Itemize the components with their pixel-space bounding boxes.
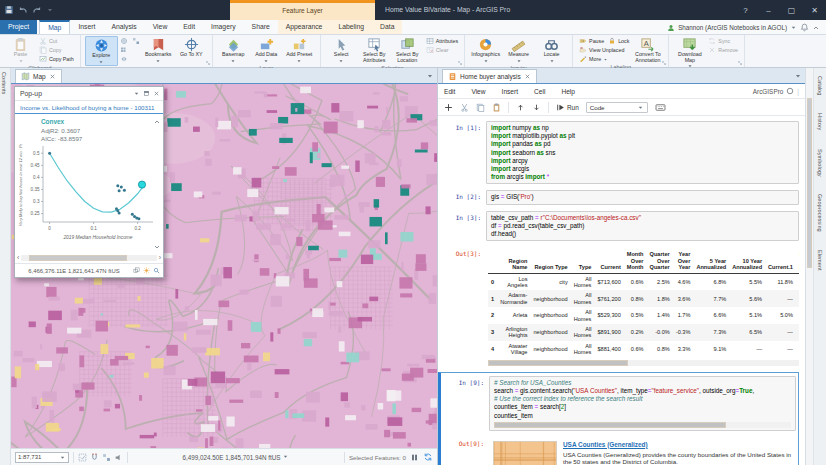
paste-cell-icon[interactable] [492, 103, 501, 112]
dataframe-scroll[interactable]: Region NameRegion TypeTypeCurrentMonth O… [488, 249, 799, 357]
popup-menu-icon[interactable] [133, 90, 140, 97]
lock-button[interactable]: Lock [608, 37, 629, 45]
minimize-button[interactable]: – [757, 0, 780, 20]
add-data-button[interactable]: Add Data [250, 36, 283, 64]
snapping-icon[interactable] [90, 453, 99, 462]
copy-cell-icon[interactable] [476, 103, 485, 112]
ribbon-tab-labeling[interactable]: Labeling [330, 20, 372, 34]
output-hscrollbar[interactable] [488, 360, 799, 366]
notebook-cell[interactable]: In [9]:# Search for USA_Countiessearch =… [441, 376, 796, 431]
notebook-vscroll-thumb[interactable] [807, 98, 812, 268]
audio-icon[interactable] [114, 453, 123, 462]
ribbon-tab-insert[interactable]: Insert [70, 20, 103, 34]
customize-toolbar-icon[interactable] [46, 6, 54, 14]
account-caret-icon[interactable] [790, 24, 797, 31]
dialog-launcher-icon[interactable] [457, 60, 463, 66]
move-cell-up-icon[interactable] [516, 103, 525, 112]
notebook-tab-close-icon[interactable] [524, 73, 531, 80]
scroll-right-icon[interactable]: › [159, 255, 161, 261]
cell-hscroll-thumb[interactable] [494, 422, 726, 428]
cursor-coordinates[interactable]: 6,499,024.50E 1,845,701.94N ftUS [132, 453, 340, 461]
basemap-button[interactable]: Basemap [217, 36, 250, 64]
ribbon-tab-imagery[interactable]: Imagery [203, 20, 244, 34]
dialog-launcher-icon[interactable] [661, 60, 667, 66]
measure-button[interactable]: Measure [502, 36, 535, 64]
cell-hscrollbar[interactable] [494, 422, 791, 428]
locate-button[interactable]: Locate [535, 36, 568, 64]
remove-button[interactable]: Remove [708, 46, 738, 54]
ribbon-tab-analysis[interactable]: Analysis [103, 20, 144, 34]
more-button[interactable]: More [579, 55, 608, 63]
ribbon-tab-appearance[interactable]: Appearance [278, 20, 331, 34]
notebook-cell[interactable]: In [2]:gis = GIS('Pro') [438, 190, 799, 204]
select-by-attributes-button[interactable]: Select By Attributes [358, 36, 391, 63]
dialog-launcher-icon[interactable] [737, 60, 743, 66]
view-unplaced-button[interactable]: View Unplaced [579, 46, 624, 54]
ribbon-tab-edit[interactable]: Edit [175, 20, 203, 34]
move-cell-down-icon[interactable] [532, 103, 541, 112]
code-editor[interactable]: gis = GIS('Pro') [486, 190, 799, 204]
keyboard-shortcuts-icon[interactable] [655, 102, 666, 113]
cell-type-select[interactable]: Code [586, 102, 648, 113]
popup-scroll-up-icon[interactable] [153, 118, 161, 126]
attributes-button[interactable]: Attributes [426, 37, 458, 45]
contextual-tab-feature-layer[interactable]: Feature Layer [230, 0, 375, 20]
popup-close-icon[interactable] [153, 90, 160, 97]
redo-icon[interactable] [32, 5, 42, 15]
dock-tab-history[interactable]: History [816, 109, 824, 134]
maximize-button[interactable]: ▢ [780, 0, 803, 20]
popup-hscroll-thumb[interactable] [29, 255, 126, 261]
account-area[interactable]: Shannon (ArcGIS Notebooks in AGOL) [667, 21, 820, 34]
zoom-to-icon[interactable] [153, 267, 160, 274]
dialog-launcher-icon[interactable] [205, 60, 211, 66]
sync-button[interactable]: Sync [708, 37, 730, 45]
pause-button[interactable]: Pause [579, 37, 604, 45]
pause-drawing-icon[interactable] [410, 453, 419, 462]
flash-location-icon[interactable] [143, 267, 150, 274]
cut-cell-icon[interactable] [460, 103, 469, 112]
code-editor[interactable]: import numpy as npimport matplotlib.pypl… [486, 121, 799, 184]
output-hscroll-thumb[interactable] [488, 360, 628, 366]
copy-button[interactable]: Copy [39, 46, 61, 54]
tool-button[interactable] [120, 55, 128, 63]
ribbon-tab-project[interactable]: Project [0, 20, 37, 34]
go-to-xy-button[interactable]: Go To XY [175, 36, 208, 58]
map-view-tab[interactable]: Map [15, 69, 62, 83]
notebook-cell[interactable]: In [1]:import numpy as npimport matplotl… [438, 121, 799, 184]
popup-dock-icon[interactable] [143, 90, 150, 97]
run-button[interactable]: Run [556, 103, 579, 112]
menu-insert[interactable]: Insert [502, 88, 519, 95]
infographics-button[interactable]: Infographics [469, 36, 502, 64]
scale-select[interactable]: 1:87,731 [15, 452, 69, 463]
convert-to-annotation-button[interactable]: AConvert To Annotation [631, 36, 664, 63]
map-tab-close-icon[interactable] [49, 73, 56, 80]
grid-icon[interactable] [102, 453, 111, 462]
notifications-icon[interactable] [800, 23, 809, 32]
dock-tab-catalog[interactable]: Catalog [816, 72, 824, 99]
popup-feature-link[interactable]: Income vs. Likelihood of buying a home -… [15, 101, 163, 114]
refresh-icon[interactable] [423, 452, 433, 462]
map-canvas[interactable]: Pop-up Income vs. Likelihood of buying a… [11, 84, 437, 448]
dock-tab-symbology[interactable]: Symbology [816, 145, 824, 181]
selection-grid-icon[interactable] [78, 453, 87, 462]
select-button[interactable]: Select [325, 36, 358, 64]
item-title-link[interactable]: USA Counties (Generalized) [563, 441, 794, 449]
clear-button[interactable]: Clear [426, 46, 449, 54]
popup-header[interactable]: Pop-up [15, 87, 163, 101]
close-button[interactable]: ✕ [803, 0, 826, 20]
menu-view[interactable]: View [471, 88, 485, 95]
tool-button[interactable] [132, 37, 140, 45]
ribbon-tab-map[interactable]: Map [39, 20, 70, 34]
code-editor[interactable]: table_csv_path = r"C:\Documents\los-ange… [486, 211, 799, 242]
save-icon[interactable] [4, 5, 14, 15]
explore-button[interactable]: Explore [85, 36, 118, 66]
cut-button[interactable]: Cut [39, 37, 57, 45]
add-preset-button[interactable]: Add Preset [283, 36, 316, 64]
bookmarks-button[interactable]: Bookmarks [142, 36, 175, 64]
popup-hscrollbar[interactable]: ‹ › [15, 253, 163, 263]
dock-tab-element[interactable]: Element [816, 246, 824, 275]
view-tab-menu-icon[interactable] [426, 72, 434, 80]
tool-button[interactable] [120, 37, 128, 45]
ribbon-tab-share[interactable]: Share [244, 20, 278, 34]
add-cell-icon[interactable] [444, 103, 453, 112]
